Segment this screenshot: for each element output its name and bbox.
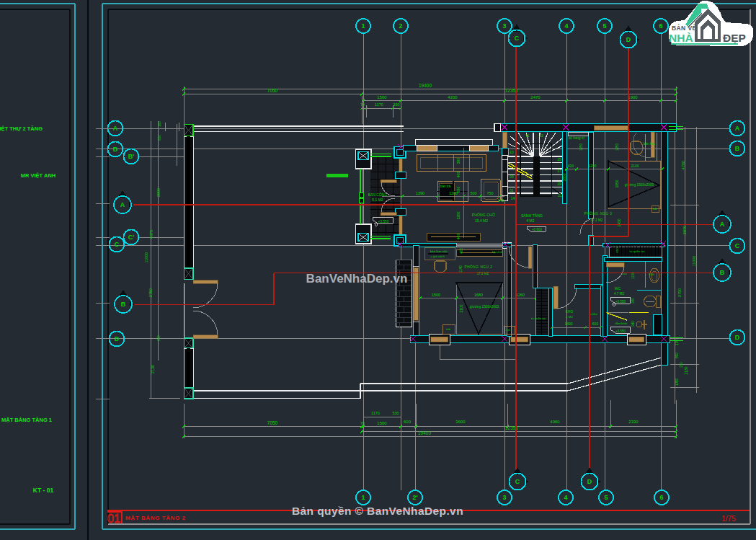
- svg-text:1380: 1380: [675, 378, 679, 386]
- svg-text:BẢN VẼ: BẢN VẼ: [672, 24, 697, 32]
- svg-text:C: C: [515, 478, 520, 485]
- svg-text:800: 800: [675, 353, 679, 358]
- svg-text:1200: 1200: [449, 191, 458, 195]
- svg-text:BanVeNhaDep.vn: BanVeNhaDep.vn: [306, 272, 408, 286]
- svg-text:1850: 1850: [562, 173, 566, 181]
- svg-text:7050: 7050: [267, 88, 278, 93]
- svg-text:1170: 1170: [375, 102, 383, 107]
- svg-text:230: 230: [680, 362, 683, 368]
- svg-text:tủ kho: tủ kho: [589, 312, 598, 316]
- svg-text:03: 03: [510, 174, 514, 179]
- svg-text:750: 750: [486, 191, 493, 195]
- svg-text:500: 500: [470, 191, 476, 195]
- svg-text:PHÒNG NGỦ 3: PHÒNG NGỦ 3: [584, 211, 612, 216]
- svg-text:WC: WC: [615, 286, 621, 291]
- svg-text:giường 1500x2000: giường 1500x2000: [470, 305, 499, 309]
- svg-text:NHÀ: NHÀ: [669, 32, 693, 44]
- svg-text:PHÒNG NGỦ 2: PHÒNG NGỦ 2: [464, 265, 492, 269]
- svg-text:1490: 1490: [564, 322, 572, 326]
- svg-text:2: 2: [399, 22, 402, 30]
- svg-text:600: 600: [158, 135, 161, 141]
- svg-text:530: 530: [392, 411, 399, 415]
- svg-text:360: 360: [456, 158, 461, 164]
- svg-text:330: 330: [393, 102, 399, 107]
- svg-text:tủ quần áo: tủ quần áo: [630, 249, 645, 253]
- svg-text:7050: 7050: [267, 420, 278, 425]
- svg-text:ĐẸP: ĐẸP: [723, 32, 746, 44]
- svg-text:D: D: [587, 478, 592, 485]
- svg-text:5: 5: [602, 22, 606, 30]
- svg-text:B: B: [735, 145, 740, 152]
- svg-text:1: 1: [361, 22, 365, 30]
- svg-text:600: 600: [404, 420, 412, 424]
- svg-text:21: 21: [558, 193, 562, 198]
- svg-text:C': C': [128, 234, 135, 241]
- svg-text:3: 3: [502, 22, 506, 30]
- svg-text:4700: 4700: [681, 161, 685, 169]
- svg-text:tab: tab: [446, 327, 450, 331]
- svg-text:4 M2: 4 M2: [566, 315, 573, 319]
- svg-text:2130: 2130: [151, 365, 155, 373]
- svg-text:11: 11: [525, 133, 529, 138]
- svg-text:1250: 1250: [579, 143, 583, 151]
- svg-text:+3.900: +3.900: [532, 228, 543, 231]
- svg-text:+3.550: +3.550: [615, 300, 626, 304]
- svg-text:tắm kính: tắm kính: [615, 322, 628, 325]
- svg-text:PHÒNG CHỜ: PHÒNG CHỜ: [472, 213, 496, 217]
- svg-text:BIỆT THỰ 2 TẦNG: BIỆT THỰ 2 TẦNG: [0, 125, 43, 132]
- svg-text:01: 01: [510, 188, 514, 192]
- svg-text:KT - 01: KT - 01: [33, 487, 54, 494]
- svg-text:4: 4: [564, 494, 567, 501]
- svg-text:6: 6: [659, 22, 662, 30]
- svg-text:tab: tab: [653, 207, 657, 211]
- svg-text:19400: 19400: [418, 430, 431, 435]
- svg-text:3750: 3750: [148, 288, 153, 297]
- svg-text:C: C: [735, 242, 740, 249]
- svg-text:C: C: [115, 241, 120, 248]
- svg-text:3750: 3750: [677, 288, 682, 297]
- svg-text:400: 400: [456, 172, 461, 178]
- svg-text:4.7 M2: 4.7 M2: [614, 292, 624, 296]
- svg-text:B': B': [128, 153, 135, 160]
- svg-text:4670: 4670: [149, 230, 154, 239]
- svg-text:1680: 1680: [474, 293, 483, 297]
- svg-text:600: 600: [157, 335, 161, 341]
- svg-text:1260: 1260: [456, 211, 461, 219]
- svg-text:B: B: [121, 301, 126, 308]
- svg-text:10: 10: [510, 150, 514, 154]
- svg-text:1170: 1170: [371, 411, 380, 415]
- svg-text:950: 950: [631, 298, 635, 304]
- svg-text:3: 3: [502, 494, 506, 501]
- svg-text:A: A: [735, 125, 740, 132]
- svg-text:A: A: [120, 201, 125, 208]
- svg-text:giường 1500x2000: giường 1500x2000: [625, 183, 654, 187]
- svg-text:13: 13: [539, 133, 543, 138]
- svg-text:1250: 1250: [615, 143, 619, 151]
- svg-text:1290: 1290: [588, 164, 596, 168]
- svg-text:1260: 1260: [516, 293, 525, 297]
- svg-text:600: 600: [592, 322, 599, 326]
- svg-text:B: B: [113, 146, 118, 153]
- svg-text:1140: 1140: [459, 265, 463, 273]
- svg-text:5: 5: [604, 494, 608, 501]
- svg-text:2100: 2100: [459, 304, 463, 312]
- svg-text:400: 400: [460, 248, 463, 254]
- svg-text:400: 400: [456, 234, 461, 240]
- svg-text:1500: 1500: [432, 293, 440, 297]
- svg-text:01: 01: [107, 513, 120, 525]
- svg-text:A: A: [113, 125, 118, 132]
- svg-text:2330: 2330: [628, 420, 639, 424]
- svg-text:1: 1: [361, 494, 365, 501]
- svg-text:C: C: [515, 35, 520, 42]
- svg-text:+3.550: +3.550: [378, 220, 389, 223]
- svg-text:15: 15: [557, 157, 561, 161]
- svg-text:3600: 3600: [455, 420, 466, 424]
- svg-text:MẶT BẰNG TẦNG 2: MẶT BẰNG TẦNG 2: [125, 514, 186, 521]
- svg-text:bàn trà: bàn trà: [440, 185, 451, 188]
- svg-text:KHO: KHO: [566, 310, 574, 314]
- svg-text:2130: 2130: [684, 366, 688, 374]
- svg-text:650: 650: [615, 247, 619, 253]
- svg-text:bàn làm việc: bàn làm việc: [430, 249, 448, 253]
- svg-text:1900: 1900: [628, 95, 638, 99]
- svg-text:17: 17: [557, 169, 561, 173]
